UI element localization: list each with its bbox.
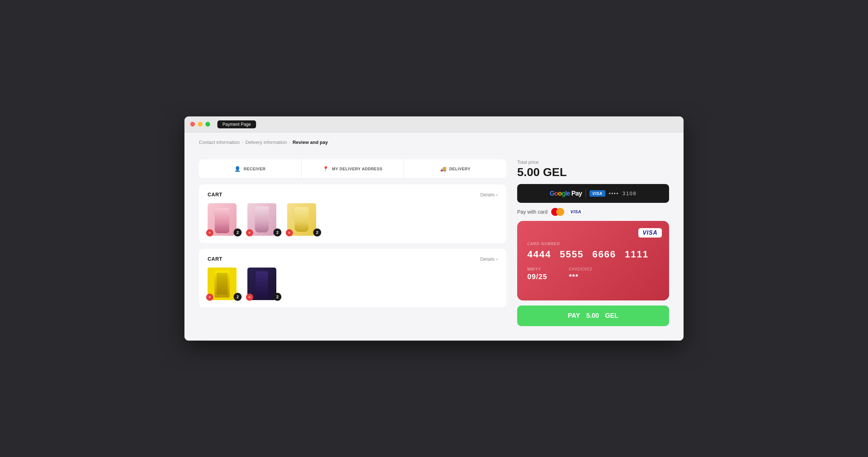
product-item-3: ✕ 2	[287, 203, 320, 236]
receiver-icon: 👤	[234, 166, 241, 172]
pay-btn-amount: 5.00	[586, 312, 599, 320]
total-price-section: Total price 5.00 GEL	[517, 159, 669, 179]
qty-badge-1: 2	[234, 228, 242, 236]
pay-btn-currency: GEL	[605, 312, 618, 320]
card-num-1: 4444	[527, 249, 551, 260]
gpay-logo: Google Pay	[550, 190, 582, 197]
product-item-4: ✕ 2	[208, 268, 240, 300]
total-price: 5.00 GEL	[517, 166, 669, 179]
remove-badge-3[interactable]: ✕	[286, 229, 293, 236]
breadcrumb-contact[interactable]: Contact information	[199, 140, 240, 145]
card-visa-logo: VISA	[638, 228, 662, 238]
chevron-right-icon-2: ›	[496, 256, 498, 262]
card-visual: VISA CARD NUMBER 4444 5555 6666 1111 MM/…	[517, 221, 669, 300]
tab-delivery[interactable]: 🚚 DELIVERY	[404, 159, 506, 178]
breadcrumb-sep-2: ›	[289, 140, 290, 145]
gpay-card-last4: 3108	[622, 191, 637, 196]
minimize-button[interactable]	[198, 122, 203, 127]
card-expiry-value: 09/25	[527, 273, 547, 281]
details-link-2[interactable]: Details ›	[480, 256, 498, 262]
card-bottom-row: MM/YY 09/25 CVV2/CVC2 ***	[527, 267, 659, 281]
card-num-4: 1111	[625, 249, 649, 260]
divider	[586, 189, 586, 198]
products-row-2: ✕ 2 ✕ 2	[208, 268, 498, 300]
chevron-right-icon: ›	[496, 192, 498, 197]
tab-delivery-address-label: MY DELIVERY ADDRESS	[332, 167, 383, 171]
tab-receiver[interactable]: 👤 RECEIVER	[199, 159, 302, 178]
tab-delivery-label: DELIVERY	[449, 167, 471, 171]
card-cvv-field: CVV2/CVC2 ***	[569, 267, 592, 281]
page-content: Contact information › Delivery informati…	[184, 132, 684, 341]
close-button[interactable]	[190, 122, 195, 127]
gpay-visa-chip: VISA	[590, 190, 605, 197]
tab-receiver-label: RECEIVER	[244, 167, 265, 171]
breadcrumb-review[interactable]: Review and pay	[293, 140, 328, 145]
pay-btn-prefix: PAY	[568, 312, 580, 320]
gpay-card-dots: ••••	[609, 191, 619, 196]
breadcrumb-sep-1: ›	[242, 140, 243, 145]
tab-delivery-address[interactable]: 📍 MY DELIVERY ADDRESS	[302, 159, 404, 178]
product-item-1: ✕ 2	[208, 203, 240, 236]
card-number-label: CARD NUMBER	[527, 242, 659, 246]
card-num-3: 6666	[592, 249, 616, 260]
qty-badge-5: 2	[273, 293, 281, 301]
breadcrumb-delivery[interactable]: Delivery information	[245, 140, 287, 145]
delivery-icon: 🚚	[440, 166, 447, 172]
remove-badge-5[interactable]: ✕	[246, 294, 253, 301]
maximize-button[interactable]	[205, 122, 210, 127]
product-item-2: ✕ 2	[247, 203, 280, 236]
tabs-row: 👤 RECEIVER 📍 MY DELIVERY ADDRESS 🚚 DELIV…	[199, 159, 506, 179]
remove-badge-4[interactable]: ✕	[206, 294, 213, 301]
cart-section-1: CART Details › ✕ 2	[199, 184, 506, 243]
gpay-button[interactable]: Google Pay VISA •••• 3108	[517, 184, 669, 203]
card-cvv-label: CVV2/CVC2	[569, 267, 592, 271]
mastercard-logo	[551, 208, 564, 216]
cart-section-2: CART Details › ✕ 2	[199, 249, 506, 307]
qty-badge-4: 2	[234, 293, 242, 301]
browser-window: Payment Page Contact information › Deliv…	[184, 116, 684, 341]
cart-title-1: CART	[208, 192, 222, 197]
left-column: 👤 RECEIVER 📍 MY DELIVERY ADDRESS 🚚 DELIV…	[199, 159, 506, 326]
details-link-1[interactable]: Details ›	[480, 192, 498, 197]
card-expiry-label: MM/YY	[527, 267, 547, 271]
address-icon: 📍	[323, 166, 329, 172]
tab-label: Payment Page	[217, 120, 256, 128]
pay-with-card-row: Pay with card VISA	[517, 208, 669, 216]
visa-logo-small: VISA	[568, 208, 584, 215]
titlebar: Payment Page	[184, 116, 684, 132]
card-cvv-value: ***	[569, 273, 592, 281]
qty-badge-3: 2	[313, 228, 321, 236]
remove-badge-1[interactable]: ✕	[206, 229, 213, 236]
card-expiry-field: MM/YY 09/25	[527, 267, 547, 281]
qty-badge-2: 2	[273, 228, 281, 236]
card-num-2: 5555	[560, 249, 584, 260]
cart-header-2: CART Details ›	[208, 256, 498, 262]
product-item-5: ✕ 2	[247, 268, 280, 300]
delivery-tabs-panel: 👤 RECEIVER 📍 MY DELIVERY ADDRESS 🚚 DELIV…	[199, 159, 506, 179]
pay-button[interactable]: PAY 5.00 GEL	[517, 306, 669, 326]
breadcrumb: Contact information › Delivery informati…	[199, 140, 669, 149]
products-row-1: ✕ 2 ✕ 2 ✕ 2	[208, 203, 498, 236]
mc-circle-yellow	[556, 208, 564, 216]
cart-header-1: CART Details ›	[208, 192, 498, 197]
remove-badge-2[interactable]: ✕	[246, 229, 253, 236]
cart-title-2: CART	[208, 256, 222, 262]
pay-with-card-label: Pay with card	[517, 209, 548, 215]
total-label: Total price	[517, 159, 669, 165]
right-column: Total price 5.00 GEL Google Pay VISA •••…	[517, 159, 669, 326]
card-number-row: 4444 5555 6666 1111	[527, 249, 659, 260]
